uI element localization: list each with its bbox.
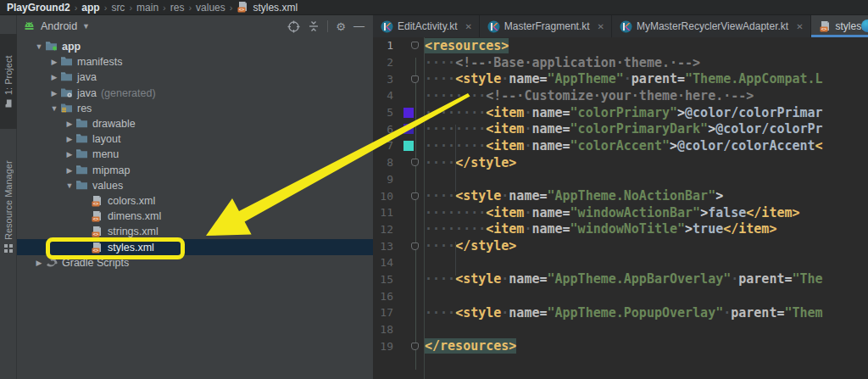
color-swatch[interactable] xyxy=(403,141,414,151)
line-number: 1 xyxy=(373,39,393,52)
color-swatch[interactable] xyxy=(403,124,414,134)
code-token: = xyxy=(784,271,792,287)
close-icon[interactable]: ✕ xyxy=(796,22,803,31)
chevron-collapsed-icon[interactable]: ▶ xyxy=(48,58,60,66)
code-token: </item> xyxy=(723,221,776,237)
sidebar-item-label: Resource Manager xyxy=(3,161,14,241)
sidebar-item-project[interactable]: 1: Project xyxy=(0,34,17,129)
fold-marker-icon[interactable] xyxy=(411,42,419,49)
indent-guide xyxy=(455,125,456,192)
color-swatch[interactable] xyxy=(403,108,414,118)
breadcrumb-item-res[interactable]: res xyxy=(170,2,185,14)
chevron-collapsed-icon[interactable]: ▶ xyxy=(64,135,75,143)
code-text: ····<style·name="AppTheme"·parent="Theme… xyxy=(425,71,823,86)
breadcrumb-item-src[interactable]: src xyxy=(111,2,125,14)
xml-file-icon: <> xyxy=(236,1,249,14)
swatch-slot xyxy=(403,224,414,234)
tree-row-layout[interactable]: ▶layout xyxy=(17,131,373,147)
chevron-collapsed-icon[interactable]: ▶ xyxy=(48,89,60,98)
code-text: ········<item·name="windowNoTitle">true<… xyxy=(425,221,776,237)
code-text: ········<!--·Customize·your·theme·here.·… xyxy=(425,88,754,103)
code-line: 10····<style·name="AppTheme.NoActionBar"… xyxy=(373,187,868,204)
tree-row-drawable[interactable]: ▶drawable xyxy=(17,116,373,131)
svg-text:<>: <> xyxy=(93,232,99,237)
folder-icon xyxy=(75,164,88,176)
code-line: 19</resources> xyxy=(373,337,868,354)
tree-row-label: mipmap xyxy=(92,164,130,176)
breadcrumb-item-values[interactable]: values xyxy=(196,2,225,14)
code-token: true xyxy=(693,221,723,237)
chevron-collapsed-icon[interactable]: ▶ xyxy=(64,120,75,128)
code-token: = xyxy=(563,205,570,220)
tab-mymasterrecyclerviewadapter-kt[interactable]: MyMasterRecyclerViewAdapter.kt✕ xyxy=(612,15,811,37)
breadcrumb-item-playground2[interactable]: PlayGround2 xyxy=(7,2,70,14)
locate-file-icon[interactable] xyxy=(287,20,300,33)
line-number: 17 xyxy=(373,306,393,319)
code-token: <style xyxy=(455,71,501,86)
close-icon[interactable]: ✕ xyxy=(598,22,604,31)
code-line: 16 xyxy=(373,287,868,304)
code-token: name xyxy=(509,188,539,203)
code-token: @color/colorPr xyxy=(715,121,822,137)
hide-panel-icon[interactable]: — xyxy=(353,22,364,31)
tree-row-res[interactable]: ▼res xyxy=(17,101,373,116)
chevron-expanded-icon[interactable]: ▼ xyxy=(33,42,45,51)
code-line: 2····<!--·Base·application·theme.·--> xyxy=(373,54,868,71)
code-token: </style> xyxy=(455,238,516,254)
breadcrumb-item-styles-xml[interactable]: <>styles.xml xyxy=(236,1,298,14)
collapse-all-icon[interactable] xyxy=(308,20,320,32)
fold-marker-icon[interactable] xyxy=(411,343,419,350)
chevron-collapsed-icon[interactable]: ▶ xyxy=(64,166,75,175)
fold-marker-icon[interactable] xyxy=(411,242,419,250)
fold-marker-icon[interactable] xyxy=(411,75,419,83)
code-text: ········<item·name="windowActionBar">fal… xyxy=(425,205,800,220)
breadcrumb-item-app[interactable]: app xyxy=(81,2,99,14)
tree-row-mipmap[interactable]: ▶mipmap xyxy=(17,163,373,178)
divider xyxy=(327,20,328,32)
tab-styles-xml[interactable]: <>styles.xml✕ xyxy=(811,15,868,37)
tree-row-app[interactable]: ▼app xyxy=(17,39,373,54)
code-text: ········<item·name="colorPrimaryDark">@c… xyxy=(425,121,823,137)
code-token: <!--·Base·application·theme.·--> xyxy=(455,55,700,70)
chevron-collapsed-icon[interactable]: ▶ xyxy=(64,150,75,159)
chevron-down-icon[interactable]: ▼ xyxy=(82,22,90,31)
code-token: <style xyxy=(455,271,501,287)
tree-row-java[interactable]: ▶java(generated) xyxy=(17,86,373,101)
code-token: ········ xyxy=(425,221,486,237)
android-icon xyxy=(23,21,36,32)
close-icon[interactable]: ✕ xyxy=(465,22,471,31)
chevron-collapsed-icon[interactable]: ▶ xyxy=(48,73,60,81)
chevron-expanded-icon[interactable]: ▼ xyxy=(48,104,60,113)
chevron-expanded-icon[interactable]: ▼ xyxy=(64,181,75,190)
breadcrumb-item-main[interactable]: main xyxy=(136,2,159,14)
code-token: · xyxy=(501,305,509,320)
tree-row-manifests[interactable]: ▶manifests xyxy=(17,54,373,70)
code-token: ···· xyxy=(425,155,455,170)
code-token: · xyxy=(501,188,509,203)
line-number: 9 xyxy=(373,173,393,186)
settings-gear-icon[interactable]: ⚙ xyxy=(336,21,346,32)
tree-row-dimens-xml[interactable]: <>dimens.xml xyxy=(17,209,373,224)
tab-masterfragment-kt[interactable]: MasterFragment.kt✕ xyxy=(480,15,612,37)
editor[interactable]: EditActivity.kt✕MasterFragment.kt✕MyMast… xyxy=(373,15,868,379)
tab-editactivity-kt[interactable]: EditActivity.kt✕ xyxy=(373,15,480,37)
tree-row-java[interactable]: ▶java xyxy=(17,70,373,85)
chevron-collapsed-icon[interactable]: ▶ xyxy=(33,259,45,267)
code-token: = xyxy=(539,188,547,203)
code-line: 17····<style·name="AppTheme.PopupOverlay… xyxy=(373,304,868,321)
fold-marker-icon[interactable] xyxy=(411,159,419,166)
code-line: 11········<item·name="windowActionBar">f… xyxy=(373,204,868,221)
code-area[interactable]: 1<resources>2····<!--·Base·application·t… xyxy=(373,37,868,379)
line-number: 10 xyxy=(373,190,393,203)
breadcrumb-label: styles.xml xyxy=(253,2,298,14)
code-token: <item xyxy=(486,138,524,153)
code-token: <!--·Customize·your·theme·here.·--> xyxy=(486,88,754,103)
tree-row-colors-xml[interactable]: <>colors.xml xyxy=(17,193,373,209)
fold-marker-icon[interactable] xyxy=(411,192,419,200)
code-token: false xyxy=(708,205,746,220)
tree-row-values[interactable]: ▼values xyxy=(17,178,373,193)
project-view-selector[interactable]: Android xyxy=(41,20,77,32)
tree-row-menu[interactable]: ▶menu xyxy=(17,147,373,162)
swatch-slot xyxy=(403,291,414,301)
sidebar-item-resource-manager[interactable]: Resource Manager xyxy=(0,142,17,271)
